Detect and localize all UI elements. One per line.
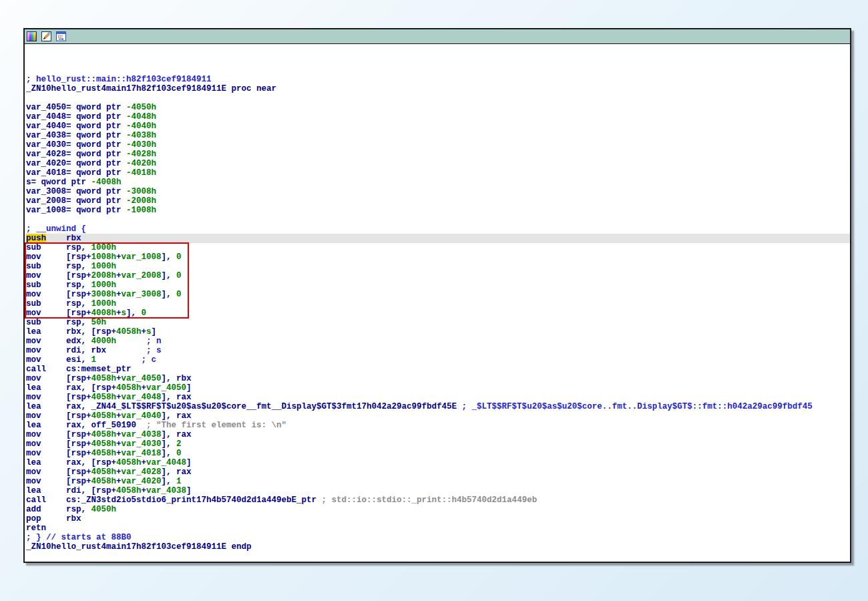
asm-line[interactable]: sub rsp, 1000h xyxy=(26,280,850,290)
text-view-button[interactable] xyxy=(55,31,67,42)
asm-line[interactable]: mov esi, 1 ; c xyxy=(26,355,850,365)
asm-line[interactable]: sub rsp, 1000h xyxy=(26,299,850,309)
asm-line[interactable]: mov [rsp+4058h+var_4048], rax xyxy=(26,393,850,402)
asm-segment: call cs:memset_ptr xyxy=(26,365,132,374)
asm-line[interactable]: lea rax, [rsp+4058h+var_4050] xyxy=(26,383,850,393)
asm-line[interactable] xyxy=(26,65,850,75)
asm-segment: + xyxy=(116,309,122,318)
asm-segment: 0 xyxy=(176,271,182,280)
asm-segment: -4040h xyxy=(126,122,156,131)
asm-segment: -1008h xyxy=(126,206,156,215)
asm-line[interactable]: var_4038= qword ptr -4038h xyxy=(26,131,850,140)
asm-segment: var_1008 xyxy=(122,252,162,262)
asm-line[interactable]: sub rsp, 50h xyxy=(26,318,850,327)
asm-line[interactable]: var_4028= qword ptr -4028h xyxy=(26,150,850,159)
asm-line[interactable]: var_4018= qword ptr -4018h xyxy=(26,168,850,178)
asm-segment: -4038h xyxy=(126,131,156,140)
asm-segment: 1 xyxy=(91,355,97,365)
asm-segment: var_4038 xyxy=(122,430,162,439)
asm-line[interactable]: mov rdi, rbx ; s xyxy=(26,346,850,355)
asm-segment: var_4030= qword ptr xyxy=(26,140,126,150)
asm-segment: ], xyxy=(162,271,177,280)
asm-segment: var_1008= qword ptr xyxy=(26,206,126,215)
asm-segment: + xyxy=(142,486,147,495)
asm-line[interactable]: ; hello_rust::main::h82f103cef9184911 xyxy=(26,75,850,84)
asm-segment: var_4048= qword ptr xyxy=(26,112,126,122)
asm-line[interactable]: mov edx, 4000h ; n xyxy=(26,337,850,346)
asm-line[interactable]: pop rbx xyxy=(26,514,850,524)
asm-line[interactable] xyxy=(26,93,850,103)
asm-segment: 4058h xyxy=(91,467,117,477)
asm-line[interactable]: var_1008= qword ptr -1008h xyxy=(26,206,850,215)
asm-line[interactable]: retn xyxy=(26,524,850,533)
asm-line[interactable]: _ZN10hello_rust4main17h82f103cef9184911E… xyxy=(26,542,850,552)
asm-segment: lea rax, [rsp+ xyxy=(26,458,116,467)
asm-line[interactable]: call cs:_ZN3std2io5stdio6_print17h4b5740… xyxy=(26,495,850,505)
text-view-icon xyxy=(56,31,66,41)
asm-line[interactable]: lea rbx, [rsp+4058h+s] xyxy=(26,327,850,337)
asm-segment: + xyxy=(116,430,122,439)
colors-button[interactable] xyxy=(26,31,37,42)
asm-line[interactable]: mov [rsp+4008h+s], 0 xyxy=(26,309,850,318)
asm-line[interactable]: lea rdi, [rsp+4058h+var_4038] xyxy=(26,486,850,495)
asm-line[interactable]: s= qword ptr -4008h xyxy=(26,178,850,187)
asm-segment: mov [rsp+ xyxy=(26,411,91,421)
asm-segment: mov [rsp+ xyxy=(26,309,91,318)
asm-segment: 2 xyxy=(176,439,182,449)
asm-segment: 4058h xyxy=(116,327,142,337)
asm-line[interactable]: sub rsp, 1000h xyxy=(26,243,850,252)
asm-line[interactable]: mov [rsp+4058h+var_4050], rbx xyxy=(26,374,850,383)
asm-segment: 1 xyxy=(176,477,182,486)
asm-segment: mov [rsp+ xyxy=(26,271,91,280)
asm-segment: mov [rsp+ xyxy=(26,449,91,458)
asm-line[interactable]: add rsp, 4050h xyxy=(26,505,850,514)
disassembly-listing: ; hello_rust::main::h82f103cef9184911_ZN… xyxy=(25,44,850,564)
asm-line[interactable] xyxy=(26,47,850,56)
asm-line[interactable]: var_4030= qword ptr -4030h xyxy=(26,140,850,150)
asm-line[interactable]: mov [rsp+3008h+var_3008], 0 xyxy=(26,290,850,299)
asm-segment: 4058h xyxy=(91,430,117,439)
asm-line[interactable]: mov [rsp+4058h+var_4040], rax xyxy=(26,411,850,421)
asm-segment: ; hello_rust::main::h82f103cef9184911 xyxy=(26,75,212,84)
asm-segment: lea rax, off_50190 xyxy=(26,421,146,430)
asm-segment: mov [rsp+ xyxy=(26,374,91,383)
asm-line[interactable]: lea rax, off_50190 ; "The first element … xyxy=(26,421,850,430)
asm-segment: var_2008 xyxy=(122,271,162,280)
asm-line[interactable]: mov [rsp+2008h+var_2008], 0 xyxy=(26,271,850,280)
asm-segment: ], xyxy=(162,439,177,449)
asm-segment: add rsp, xyxy=(26,505,91,514)
asm-segment: 4050h xyxy=(91,505,117,514)
asm-line[interactable]: var_4050= qword ptr -4050h xyxy=(26,103,850,112)
asm-line[interactable]: sub rsp, 1000h xyxy=(26,262,850,271)
asm-segment: -4028h xyxy=(126,150,156,159)
asm-segment: var_4028= qword ptr xyxy=(26,150,126,159)
asm-line[interactable]: var_4048= qword ptr -4048h xyxy=(26,112,850,122)
edit-button[interactable] xyxy=(41,31,52,42)
asm-line[interactable]: ; } // starts at 88B0 xyxy=(26,533,850,542)
asm-segment: -2008h xyxy=(126,196,156,206)
asm-segment: var_4040= qword ptr xyxy=(26,122,126,131)
asm-line[interactable]: var_3008= qword ptr -3008h xyxy=(26,187,850,196)
asm-line[interactable]: mov [rsp+1008h+var_1008], 0 xyxy=(26,252,850,262)
asm-segment xyxy=(116,337,146,346)
asm-line[interactable]: ; __unwind { xyxy=(26,224,850,234)
asm-segment: 4058h xyxy=(91,374,117,383)
asm-line[interactable]: _ZN10hello_rust4main17h82f103cef9184911E… xyxy=(26,84,850,93)
asm-line[interactable]: lea rax, [rsp+4058h+var_4048] xyxy=(26,458,850,467)
asm-line[interactable]: mov [rsp+4058h+var_4020], 1 xyxy=(26,477,850,486)
asm-line[interactable]: call cs:memset_ptr xyxy=(26,365,850,374)
asm-segment: 4058h xyxy=(116,383,142,393)
asm-line[interactable]: mov [rsp+4058h+var_4038], rax xyxy=(26,430,850,439)
asm-line[interactable]: mov [rsp+4058h+var_4018], 0 xyxy=(26,449,850,458)
asm-line[interactable]: var_2008= qword ptr -2008h xyxy=(26,196,850,206)
asm-segment: -4050h xyxy=(126,103,156,112)
asm-line[interactable] xyxy=(26,56,850,65)
asm-line[interactable]: push rbx xyxy=(26,234,850,243)
asm-line[interactable]: var_4020= qword ptr -4020h xyxy=(26,159,850,168)
asm-line[interactable]: lea rax, _ZN44_$LT$$RF$T$u20$as$u20$core… xyxy=(26,402,850,411)
asm-line[interactable] xyxy=(26,215,850,224)
asm-segment: -4048h xyxy=(126,112,156,122)
asm-line[interactable]: mov [rsp+4058h+var_4030], 2 xyxy=(26,439,850,449)
asm-line[interactable]: var_4040= qword ptr -4040h xyxy=(26,122,850,131)
asm-line[interactable]: mov [rsp+4058h+var_4028], rax xyxy=(26,467,850,477)
